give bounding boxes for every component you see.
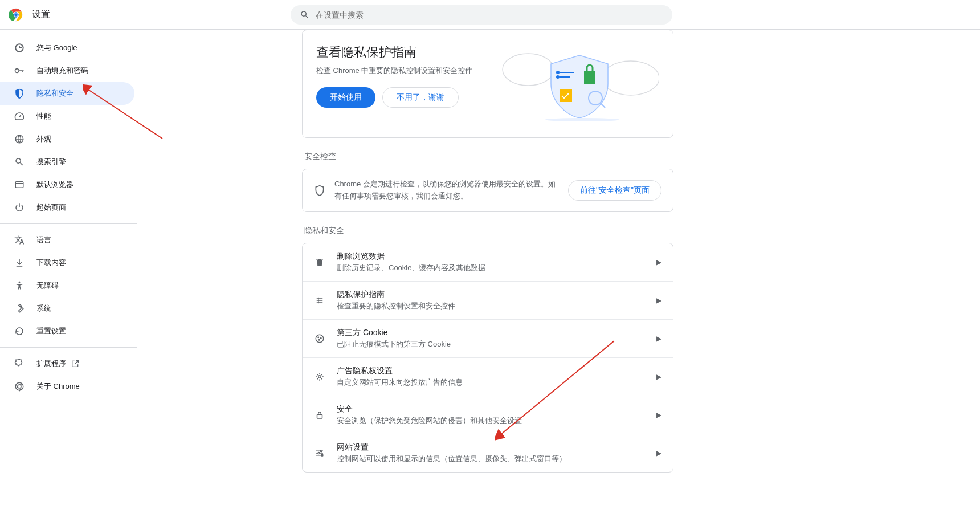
svg-point-4 bbox=[14, 13, 18, 17]
sidebar-item-autofill[interactable]: 自动填充和密码 bbox=[0, 59, 134, 82]
content-area: 查看隐私保护指南 检查 Chrome 中重要的隐私控制设置和安全控件 开始使用 … bbox=[288, 30, 687, 504]
sidebar-item-label: 自动填充和密码 bbox=[36, 66, 88, 76]
svg-point-19 bbox=[545, 118, 619, 121]
sidebar-item-label: 您与 Google bbox=[36, 43, 77, 53]
svg-point-26 bbox=[321, 450, 322, 451]
svg-point-20 bbox=[316, 335, 324, 343]
download-icon bbox=[14, 257, 25, 268]
sidebar-item-label: 语言 bbox=[36, 235, 51, 245]
speedometer-icon bbox=[14, 111, 25, 122]
globe-icon bbox=[14, 133, 25, 145]
svg-rect-8 bbox=[15, 182, 23, 188]
list-title: 隐私保护指南 bbox=[337, 290, 656, 300]
privacy-list-card: 删除浏览数据删除历史记录、Cookie、缓存内容及其他数据 ▶ 隐私保护指南检查… bbox=[302, 243, 673, 473]
list-title: 网站设置 bbox=[337, 442, 656, 453]
sidebar: 您与 Google 自动填充和密码 隐私和安全 性能 外观 搜索引擎 默认浏览器 bbox=[0, 30, 146, 504]
svg-point-11 bbox=[18, 385, 21, 388]
sidebar-item-label: 系统 bbox=[36, 303, 51, 314]
sidebar-item-you-and-google[interactable]: 您与 Google bbox=[0, 36, 134, 59]
sidebar-item-label: 扩展程序 bbox=[36, 359, 66, 369]
sidebar-item-extensions[interactable]: 扩展程序 bbox=[0, 352, 134, 375]
sidebar-item-languages[interactable]: 语言 bbox=[0, 229, 134, 251]
search-input[interactable] bbox=[316, 10, 663, 19]
sidebar-item-reset[interactable]: 重置设置 bbox=[0, 320, 134, 343]
ads-icon bbox=[314, 372, 325, 382]
dismiss-button[interactable]: 不用了，谢谢 bbox=[382, 87, 459, 108]
sidebar-item-default-browser[interactable]: 默认浏览器 bbox=[0, 173, 134, 196]
sidebar-item-search-engine[interactable]: 搜索引擎 bbox=[0, 150, 134, 173]
sidebar-item-on-startup[interactable]: 起始页面 bbox=[0, 196, 134, 219]
list-item-ad-privacy[interactable]: 广告隐私权设置自定义网站可用来向您投放广告的信息 ▶ bbox=[303, 357, 673, 396]
sidebar-item-label: 搜索引擎 bbox=[36, 157, 66, 167]
svg-point-27 bbox=[318, 452, 320, 454]
safety-check-section-title: 安全检查 bbox=[304, 152, 673, 162]
sidebar-item-system[interactable]: 系统 bbox=[0, 297, 134, 320]
search-icon bbox=[14, 156, 25, 168]
list-desc: 控制网站可以使用和显示的信息（位置信息、摄像头、弹出式窗口等） bbox=[337, 454, 656, 464]
svg-point-9 bbox=[19, 282, 21, 283]
sidebar-item-accessibility[interactable]: 无障碍 bbox=[0, 274, 134, 297]
chrome-logo-icon bbox=[9, 8, 23, 22]
chevron-right-icon: ▶ bbox=[656, 411, 662, 419]
external-link-icon bbox=[71, 359, 80, 368]
svg-point-18 bbox=[556, 75, 560, 79]
sidebar-item-downloads[interactable]: 下载内容 bbox=[0, 251, 134, 274]
svg-point-6 bbox=[15, 69, 19, 73]
safety-check-button[interactable]: 前往"安全检查"页面 bbox=[568, 180, 662, 201]
reset-icon bbox=[14, 325, 25, 337]
accessibility-icon bbox=[14, 280, 25, 291]
shield-icon bbox=[14, 88, 25, 99]
list-desc: 安全浏览（保护您免受危险网站的侵害）和其他安全设置 bbox=[337, 416, 656, 426]
sidebar-item-label: 外观 bbox=[36, 134, 51, 144]
list-desc: 已阻止无痕模式下的第三方 Cookie bbox=[337, 339, 656, 349]
power-icon bbox=[14, 202, 25, 213]
svg-rect-25 bbox=[317, 414, 322, 418]
translate-icon bbox=[14, 234, 25, 246]
sidebar-divider bbox=[0, 223, 137, 224]
sidebar-item-about-chrome[interactable]: 关于 Chrome bbox=[0, 375, 134, 398]
list-title: 安全 bbox=[337, 404, 656, 414]
sidebar-item-label: 下载内容 bbox=[36, 258, 66, 268]
svg-point-22 bbox=[321, 337, 322, 339]
list-title: 广告隐私权设置 bbox=[337, 366, 656, 376]
list-title: 第三方 Cookie bbox=[337, 328, 656, 338]
privacy-guide-desc: 检查 Chrome 中重要的隐私控制设置和安全控件 bbox=[316, 66, 500, 76]
search-icon bbox=[300, 10, 310, 20]
list-item-privacy-guide[interactable]: 隐私保护指南检查重要的隐私控制设置和安全控件 ▶ bbox=[303, 281, 673, 319]
search-container bbox=[291, 5, 672, 25]
list-item-site-settings[interactable]: 网站设置控制网站可以使用和显示的信息（位置信息、摄像头、弹出式窗口等） ▶ bbox=[303, 434, 673, 472]
svg-point-17 bbox=[556, 71, 560, 74]
chrome-icon bbox=[14, 381, 25, 392]
chevron-right-icon: ▶ bbox=[656, 449, 662, 457]
browser-icon bbox=[14, 179, 25, 190]
list-item-cookies[interactable]: 第三方 Cookie已阻止无痕模式下的第三方 Cookie ▶ bbox=[303, 319, 673, 357]
lock-icon bbox=[314, 410, 325, 420]
list-desc: 删除历史记录、Cookie、缓存内容及其他数据 bbox=[337, 263, 656, 273]
sidebar-divider bbox=[0, 347, 137, 348]
sidebar-item-label: 无障碍 bbox=[36, 280, 59, 291]
svg-point-28 bbox=[321, 454, 323, 456]
header: 设置 bbox=[0, 0, 980, 30]
svg-rect-14 bbox=[584, 71, 595, 84]
tune-icon bbox=[314, 448, 325, 458]
privacy-guide-illustration bbox=[500, 44, 659, 124]
shield-icon bbox=[314, 185, 325, 196]
svg-point-23 bbox=[319, 339, 320, 340]
google-icon bbox=[14, 42, 25, 54]
list-item-security[interactable]: 安全安全浏览（保护您免受危险网站的侵害）和其他安全设置 ▶ bbox=[303, 396, 673, 434]
chevron-right-icon: ▶ bbox=[656, 296, 662, 304]
list-title: 删除浏览数据 bbox=[337, 251, 656, 262]
extension-icon bbox=[14, 358, 25, 369]
start-button[interactable]: 开始使用 bbox=[316, 87, 375, 108]
safety-check-card: Chrome 会定期进行检查，以确保您的浏览器使用最安全的设置。如有任何事项需要… bbox=[302, 169, 673, 212]
chevron-right-icon: ▶ bbox=[656, 373, 662, 381]
sidebar-item-appearance[interactable]: 外观 bbox=[0, 128, 134, 150]
sidebar-item-performance[interactable]: 性能 bbox=[0, 105, 134, 128]
sidebar-item-privacy-and-security[interactable]: 隐私和安全 bbox=[0, 82, 134, 105]
list-desc: 自定义网站可用来向您投放广告的信息 bbox=[337, 377, 656, 388]
list-item-clear-browsing-data[interactable]: 删除浏览数据删除历史记录、Cookie、缓存内容及其他数据 ▶ bbox=[303, 243, 673, 281]
search-box[interactable] bbox=[291, 5, 672, 25]
page-title: 设置 bbox=[32, 9, 50, 21]
svg-point-12 bbox=[503, 54, 554, 85]
guide-icon bbox=[314, 295, 325, 306]
